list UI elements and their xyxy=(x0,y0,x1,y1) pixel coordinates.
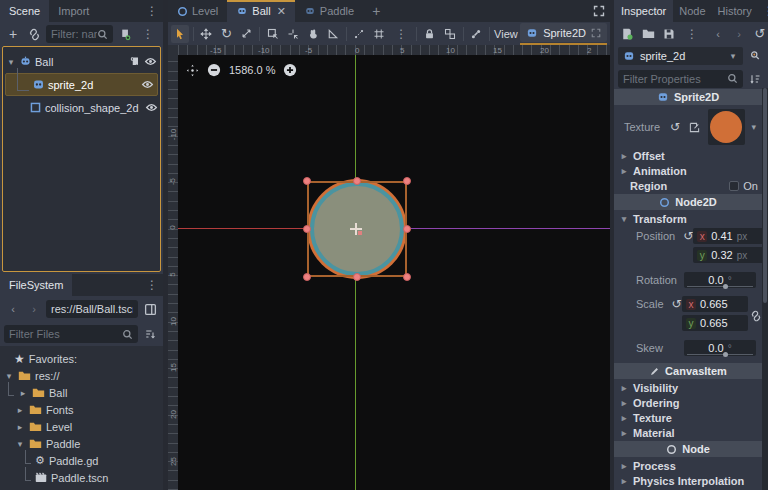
zoom-in-icon[interactable] xyxy=(283,63,297,77)
scale-y-field[interactable]: y 0.665 xyxy=(682,315,748,331)
skew-slider[interactable] xyxy=(687,354,753,355)
grid-snap-button[interactable] xyxy=(370,25,388,43)
new-resource-button[interactable] xyxy=(618,25,636,43)
scale-x-field[interactable]: x 0.665 xyxy=(682,296,748,312)
resource-menu-icon[interactable]: ⋮ xyxy=(681,27,703,41)
group-object-button[interactable] xyxy=(441,25,459,43)
smart-snap-button[interactable] xyxy=(350,25,368,43)
center-view-icon[interactable] xyxy=(186,64,199,77)
zoom-out-icon[interactable] xyxy=(207,63,221,77)
group-transform[interactable]: ▾Transform xyxy=(614,211,762,226)
selection-handle[interactable] xyxy=(303,177,311,185)
object-history-icon[interactable]: ↺ xyxy=(751,25,768,43)
scene-tab-level[interactable]: Level xyxy=(168,0,227,22)
view-menu-button[interactable]: View xyxy=(494,25,519,43)
revert-icon[interactable]: ↺ xyxy=(670,121,680,133)
inspector-menu-icon[interactable]: ⋮ xyxy=(758,0,768,22)
tree-node-collision-shape[interactable]: collision_shape_2d xyxy=(3,96,160,119)
list-select-button[interactable] xyxy=(264,25,282,43)
scene-toolbar-menu-icon[interactable]: ⋮ xyxy=(137,27,159,41)
fs-item-ball[interactable]: ▸ Ball xyxy=(0,384,163,401)
fs-item-res[interactable]: ▾ res:// xyxy=(0,367,163,384)
path-field[interactable] xyxy=(46,300,138,318)
load-resource-button[interactable] xyxy=(639,25,657,43)
ruler-mode-button[interactable] xyxy=(324,25,342,43)
revert-icon[interactable]: ↺ xyxy=(683,230,693,242)
visibility-eye-icon[interactable] xyxy=(144,55,157,68)
rotation-slider[interactable] xyxy=(687,286,753,287)
pan-mode-button[interactable] xyxy=(304,25,322,43)
zoom-level-text[interactable]: 1586.0 % xyxy=(229,64,275,76)
lock-object-button[interactable] xyxy=(421,25,439,43)
chevron-down-icon[interactable]: ▾ xyxy=(4,371,14,381)
section-sprite2d[interactable]: Sprite2D xyxy=(614,89,762,105)
nav-back-button[interactable]: ‹ xyxy=(4,300,22,318)
selection-handle[interactable] xyxy=(403,225,411,233)
split-view-icon[interactable] xyxy=(141,300,159,318)
attach-script-button[interactable] xyxy=(116,25,134,43)
link-scale-icon[interactable] xyxy=(750,310,762,322)
filesystem-menu-icon[interactable]: ⋮ xyxy=(141,274,163,296)
tab-node[interactable]: Node xyxy=(673,0,711,22)
chevron-right-icon[interactable]: ▸ xyxy=(15,405,25,415)
group-material[interactable]: ▸Material xyxy=(614,425,762,440)
script-icon[interactable] xyxy=(129,56,141,68)
sort-files-icon[interactable] xyxy=(141,325,159,343)
scene-tab-paddle[interactable]: Paddle xyxy=(295,0,363,22)
selected-node-dropdown[interactable]: sprite_2d ▾ xyxy=(618,47,743,65)
rotation-field[interactable]: 0.0 ° xyxy=(684,272,756,288)
selection-handle[interactable] xyxy=(353,273,361,281)
add-node-button[interactable]: + xyxy=(4,25,22,43)
fs-item-readme[interactable]: ⚙ README.md xyxy=(0,486,163,490)
tree-node-sprite2d[interactable]: sprite_2d xyxy=(5,73,158,96)
selection-handle[interactable] xyxy=(403,177,411,185)
scene-dock-menu-icon[interactable]: ⋮ xyxy=(141,0,163,22)
tab-inspector[interactable]: Inspector xyxy=(614,0,673,22)
rotate-mode-button[interactable]: ↻ xyxy=(217,25,235,43)
snap-position-button[interactable] xyxy=(284,25,302,43)
section-canvasitem[interactable]: CanvasItem xyxy=(614,363,762,379)
group-animation[interactable]: ▸Animation xyxy=(614,163,762,178)
expand-context-icon[interactable] xyxy=(591,28,601,38)
fs-item-paddle-tscn[interactable]: Paddle.tscn xyxy=(0,469,163,486)
group-ordering[interactable]: ▸Ordering xyxy=(614,395,762,410)
scene-filter-input[interactable] xyxy=(46,25,113,43)
canvas-2d[interactable]: 1586.0 % xyxy=(178,55,610,490)
section-node[interactable]: Node xyxy=(614,441,762,457)
group-physics-interpolation[interactable]: ▸Physics Interpolation xyxy=(614,473,762,488)
inspector-scrollbar[interactable] xyxy=(762,88,768,490)
skeleton-options-button[interactable] xyxy=(467,25,485,43)
tab-scene[interactable]: Scene xyxy=(0,0,49,22)
move-mode-button[interactable] xyxy=(197,25,215,43)
history-back-button[interactable]: ‹ xyxy=(709,25,727,43)
origin-gizmo-icon[interactable] xyxy=(350,223,362,235)
chevron-down-icon[interactable]: ▾ xyxy=(15,439,25,449)
new-scene-tab-button[interactable]: + xyxy=(363,0,389,22)
fs-item-fonts[interactable]: ▸ Fonts xyxy=(0,401,163,418)
select-mode-button[interactable] xyxy=(171,25,189,43)
position-x-field[interactable]: x 0.41 px xyxy=(693,228,762,244)
tab-filesystem[interactable]: FileSystem xyxy=(0,274,72,296)
chevron-right-icon[interactable]: ▸ xyxy=(18,388,28,398)
texture-preview[interactable] xyxy=(708,109,745,145)
region-checkbox[interactable] xyxy=(729,181,739,191)
scene-tab-ball[interactable]: Ball ✕ xyxy=(227,0,295,22)
tab-history[interactable]: History xyxy=(712,0,758,22)
selection-handle[interactable] xyxy=(353,177,361,185)
selection-handle[interactable] xyxy=(403,273,411,281)
scale-mode-button[interactable] xyxy=(237,25,255,43)
chevron-down-icon[interactable]: ▾ xyxy=(6,57,16,67)
visibility-eye-icon[interactable] xyxy=(141,78,154,91)
group-process[interactable]: ▸Process xyxy=(614,458,762,473)
instance-scene-button[interactable] xyxy=(25,25,43,43)
filter-files-input[interactable] xyxy=(4,325,138,343)
history-forward-button[interactable]: › xyxy=(730,25,748,43)
property-sort-icon[interactable] xyxy=(746,70,764,88)
selection-handle[interactable] xyxy=(303,225,311,233)
group-visibility[interactable]: ▸Visibility xyxy=(614,380,762,395)
tab-import[interactable]: Import xyxy=(49,0,98,22)
position-y-field[interactable]: y 0.32 px xyxy=(693,247,762,263)
nav-forward-button[interactable]: › xyxy=(25,300,43,318)
sprite2d-context-button[interactable]: Sprite2D xyxy=(520,23,607,42)
selection-handle[interactable] xyxy=(303,273,311,281)
